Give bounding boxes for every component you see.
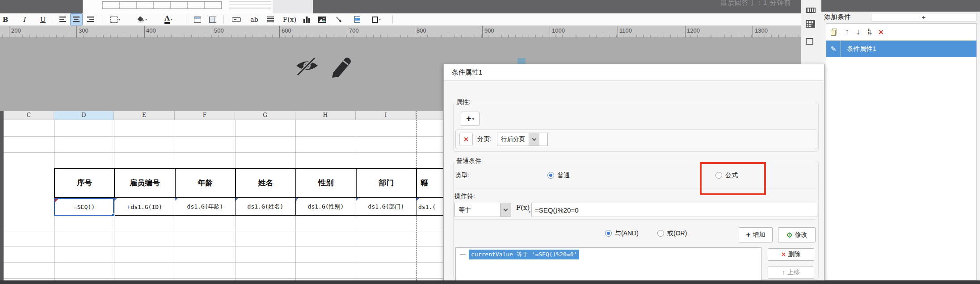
condition-value-input[interactable]: =SEQ()%20=0 bbox=[531, 203, 817, 217]
bold-button[interactable]: B bbox=[0, 13, 11, 25]
copy-button[interactable] bbox=[831, 29, 838, 36]
ruler-label: 800 bbox=[416, 27, 426, 34]
formula-button[interactable]: F(x) bbox=[282, 13, 298, 25]
paint-bucket-icon bbox=[137, 16, 144, 23]
condition-list-item-selected[interactable]: ✎ 条件属性1 bbox=[826, 41, 976, 57]
report-header-cell[interactable]: 姓名 bbox=[235, 168, 296, 198]
remove-attribute-button[interactable]: × bbox=[459, 133, 473, 146]
report-header-cell[interactable]: 序号 bbox=[54, 168, 115, 198]
text-ab-button[interactable]: ab bbox=[248, 13, 260, 25]
edit-button[interactable] bbox=[330, 50, 352, 79]
report-data-cell[interactable]: ds1.G(性别) bbox=[295, 198, 356, 216]
square-shape-icon bbox=[372, 17, 378, 23]
delete-clause-button[interactable]: ×删除 bbox=[768, 248, 814, 261]
add-condition-clause-button[interactable]: +增加 bbox=[739, 227, 773, 242]
join-or-radio[interactable] bbox=[657, 230, 664, 237]
paragraph-lines-button[interactable] bbox=[265, 13, 277, 25]
delete-x-icon: × bbox=[782, 251, 786, 259]
toolbar-separator bbox=[223, 15, 224, 24]
dialog-title-bar[interactable]: 条件属性1 bbox=[444, 64, 824, 81]
text-field-button[interactable] bbox=[230, 13, 243, 25]
gear-icon: ⚙ bbox=[786, 231, 792, 239]
move-up-button[interactable]: ↑上移 bbox=[768, 266, 814, 279]
gridline bbox=[4, 136, 443, 137]
formula-editor-button[interactable]: F(x) ▾ bbox=[515, 204, 530, 217]
move-down-icon[interactable]: ↓ bbox=[856, 27, 860, 37]
column-header-i[interactable]: I bbox=[356, 111, 416, 120]
join-and-radio[interactable] bbox=[605, 230, 612, 237]
condition-clause-list[interactable]: — currentValue 等于 '=SEQ()%20=0' bbox=[455, 247, 761, 281]
join-or-label: 或(OR) bbox=[667, 230, 687, 238]
ruler-label: 1300 bbox=[755, 27, 768, 34]
report-data-cell[interactable]: ds1.G(年龄) bbox=[175, 198, 236, 216]
window-bottom-edge bbox=[0, 280, 980, 284]
underline-button[interactable]: U bbox=[38, 13, 47, 25]
operator-select[interactable]: 等于 bbox=[454, 203, 511, 217]
sort-icon[interactable]: ⁞↓ bbox=[867, 27, 871, 37]
align-left-button[interactable] bbox=[57, 13, 69, 25]
side-tool-strip bbox=[801, 0, 821, 64]
align-right-button[interactable] bbox=[85, 13, 97, 25]
condition-group-label: 普通条件 bbox=[454, 157, 483, 165]
chart-button[interactable] bbox=[300, 13, 313, 25]
column-header-g[interactable]: G bbox=[235, 111, 295, 120]
align-center-button[interactable] bbox=[70, 13, 83, 25]
merge-cell-button[interactable] bbox=[191, 13, 204, 25]
modify-condition-clause-button[interactable]: ⚙修改 bbox=[778, 227, 816, 242]
column-header-j[interactable] bbox=[416, 111, 443, 120]
shape-tool-button[interactable] bbox=[806, 38, 813, 45]
pagination-select[interactable]: 行后分页 bbox=[497, 133, 548, 146]
move-up-icon[interactable]: ↑ bbox=[845, 27, 849, 37]
report-header-cell[interactable]: 年龄 bbox=[175, 168, 236, 198]
fill-color-button[interactable]: ▾ bbox=[134, 13, 150, 25]
remove-condition-icon[interactable]: × bbox=[879, 27, 883, 37]
cell-expand-marker bbox=[236, 198, 238, 201]
column-header-e[interactable]: E bbox=[114, 111, 175, 120]
ruler-label: 600 bbox=[282, 27, 291, 34]
grid-info-button[interactable] bbox=[806, 20, 815, 28]
hide-preview-button[interactable] bbox=[295, 52, 319, 79]
ruler-tool-button[interactable] bbox=[806, 8, 816, 13]
report-header-cell[interactable]: 籍 bbox=[416, 168, 444, 198]
chevron-down-icon bbox=[529, 133, 539, 146]
edit-condition-cell[interactable]: ✎ bbox=[826, 41, 841, 57]
column-header-h[interactable]: H bbox=[295, 111, 356, 120]
subreport-button[interactable] bbox=[350, 13, 364, 25]
border-button[interactable]: ▾ bbox=[107, 13, 123, 25]
border-icon bbox=[110, 17, 118, 23]
report-data-cell[interactable]: ↓ds1.G(ID) bbox=[114, 198, 175, 216]
column-header-c[interactable]: C bbox=[4, 111, 54, 120]
condition-attribute-dialog: 条件属性1 属性: +▾ × 分页: 行后分页 普通条件 类型: 普通 公式 操… bbox=[443, 64, 824, 281]
report-header-cell[interactable]: 性别 bbox=[295, 168, 357, 198]
report-data-cell[interactable]: ds1.G(部门) bbox=[356, 198, 416, 216]
type-label: 类型: bbox=[455, 171, 470, 180]
add-condition-button[interactable]: + bbox=[871, 13, 976, 21]
report-header-row: 序号 雇员编号 年龄 姓名 性别 部门 籍 bbox=[54, 168, 443, 198]
type-normal-radio[interactable] bbox=[547, 172, 554, 179]
ruler-label: 1100 bbox=[619, 27, 632, 34]
image-button[interactable] bbox=[315, 13, 329, 25]
font-color-button[interactable]: A▾ bbox=[160, 13, 177, 25]
line-tool-icon bbox=[336, 16, 343, 23]
text-field-icon bbox=[232, 17, 241, 22]
app-window: 最后回答于：1 分钟前 B I U ▾ ▾ A▾ bbox=[0, 0, 980, 284]
grid-button[interactable] bbox=[206, 13, 219, 25]
up-arrow-icon: ↑ bbox=[782, 269, 785, 276]
column-header-d[interactable]: D bbox=[54, 111, 114, 120]
column-header-f[interactable]: F bbox=[175, 111, 235, 120]
background-window-preview bbox=[83, 0, 273, 13]
report-data-cell[interactable]: =SEQ() bbox=[54, 198, 114, 216]
report-header-cell[interactable]: 部门 bbox=[356, 168, 417, 198]
condition-clause-item[interactable]: currentValue 等于 '=SEQ()%20=0' bbox=[469, 250, 579, 259]
line-tool-button[interactable] bbox=[332, 13, 346, 25]
tree-collapse-icon[interactable]: — bbox=[460, 251, 466, 257]
italic-button[interactable]: I bbox=[20, 13, 29, 25]
shape-button[interactable]: ▾ bbox=[367, 13, 385, 25]
report-data-cell[interactable]: ds1.( bbox=[416, 198, 444, 216]
report-data-cell[interactable]: ds1.G(姓名) bbox=[235, 198, 296, 216]
annotation-highlight-box bbox=[700, 162, 766, 195]
report-header-cell[interactable]: 雇员编号 bbox=[114, 168, 176, 198]
ruler-scroll-thumb[interactable] bbox=[517, 58, 526, 64]
ruler-label: 1000 bbox=[552, 27, 565, 34]
add-attribute-button[interactable]: +▾ bbox=[461, 112, 479, 126]
